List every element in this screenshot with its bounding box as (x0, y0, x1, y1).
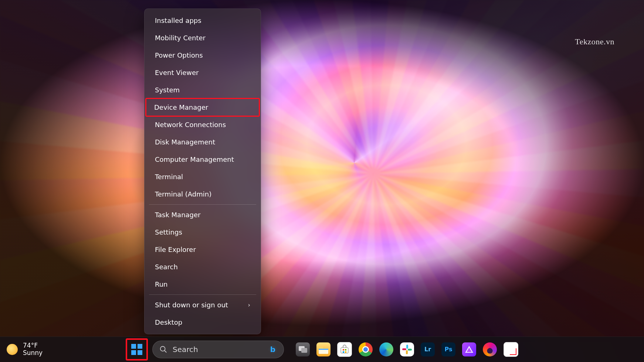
winx-settings[interactable]: Settings (147, 223, 258, 241)
winx-network-connections[interactable]: Network Connections (147, 116, 258, 133)
winx-installed-apps[interactable]: Installed apps (147, 12, 258, 29)
winx-item-label: Shut down or sign out (155, 301, 228, 309)
svg-rect-1 (138, 344, 142, 349)
file-explorer-button[interactable] (316, 342, 331, 356)
winx-system[interactable]: System (147, 81, 258, 99)
ms-store-button[interactable] (337, 342, 352, 357)
svg-rect-15 (406, 345, 408, 349)
lightroom-button[interactable]: Lr (421, 342, 435, 356)
svg-rect-14 (345, 351, 346, 353)
desktop-wallpaper (0, 0, 644, 362)
winx-item-label: System (155, 86, 180, 94)
winx-search[interactable]: Search (147, 258, 258, 276)
winx-terminal-admin[interactable]: Terminal (Admin) (147, 185, 258, 203)
search-placeholder: Search (173, 345, 198, 354)
winx-desktop[interactable]: Desktop (147, 314, 258, 331)
winx-run[interactable]: Run (147, 276, 258, 293)
winx-item-label: Run (155, 280, 168, 288)
svg-rect-10 (341, 348, 348, 353)
snipping-tool-button[interactable] (504, 342, 518, 357)
winx-disk-management[interactable]: Disk Management (147, 133, 258, 151)
start-button[interactable] (128, 341, 146, 358)
winx-event-viewer[interactable]: Event Viewer (147, 64, 258, 81)
svg-rect-17 (406, 350, 408, 354)
edge-button[interactable] (379, 342, 393, 356)
bing-icon: b (268, 345, 278, 354)
winx-computer-management[interactable]: Computer Management (147, 151, 258, 168)
winx-item-label: Mobility Center (155, 34, 206, 42)
winx-power-options[interactable]: Power Options (147, 47, 258, 64)
svg-rect-13 (343, 351, 344, 353)
winx-item-label: Terminal (155, 173, 183, 181)
svg-rect-16 (408, 349, 412, 351)
winx-item-label: Event Viewer (155, 69, 199, 76)
winx-task-manager[interactable]: Task Manager (147, 206, 258, 223)
winx-mobility-center[interactable]: Mobility Center (147, 29, 258, 47)
winx-item-label: Search (155, 263, 178, 271)
svg-rect-7 (301, 348, 307, 353)
winx-item-label: Computer Management (155, 156, 234, 163)
winx-shutdown-signout[interactable]: Shut down or sign out› (147, 296, 258, 314)
winx-item-label: Power Options (155, 51, 203, 59)
svg-line-5 (165, 351, 167, 353)
menu-separator (149, 294, 256, 295)
winx-item-label: Disk Management (155, 138, 215, 146)
winx-terminal[interactable]: Terminal (147, 168, 258, 185)
svg-rect-0 (131, 344, 136, 349)
svg-point-4 (160, 346, 165, 351)
winx-item-label: Installed apps (155, 17, 201, 24)
search-icon (159, 345, 167, 354)
menu-separator (149, 204, 256, 205)
chevron-right-icon: › (248, 301, 250, 308)
winx-item-label: Network Connections (155, 121, 226, 129)
winx-item-label: Device Manager (154, 103, 208, 111)
watermark-text: Tekzone.vn (575, 37, 614, 47)
winx-item-label: Task Manager (155, 211, 200, 219)
task-view-button[interactable] (296, 342, 310, 356)
winx-item-label: Desktop (155, 318, 182, 326)
weather-temp: 74°F (23, 342, 43, 349)
svg-rect-18 (402, 348, 406, 350)
slack-button[interactable] (400, 342, 414, 356)
svg-rect-3 (138, 350, 142, 355)
weather-widget[interactable]: 74°F Sunny (7, 342, 43, 356)
chrome-button[interactable] (359, 342, 373, 356)
winx-device-manager[interactable]: Device Manager (146, 99, 259, 116)
weather-condition: Sunny (23, 349, 43, 357)
affinity-button[interactable] (462, 342, 476, 356)
winx-item-label: Terminal (Admin) (155, 190, 211, 198)
weather-sun-icon (7, 344, 18, 355)
start-button-highlight (126, 338, 148, 361)
winx-context-menu: Installed appsMobility CenterPower Optio… (144, 8, 261, 334)
svg-rect-11 (343, 349, 344, 351)
taskbar-search[interactable]: Search b (152, 341, 284, 358)
winx-item-label: File Explorer (155, 246, 196, 253)
taskbar: 74°F Sunny Search b LrPs (0, 337, 644, 362)
firefox-button[interactable] (483, 342, 497, 356)
svg-rect-2 (131, 350, 136, 355)
photoshop-button[interactable]: Ps (441, 342, 455, 356)
svg-rect-12 (345, 349, 346, 351)
winx-item-label: Settings (155, 228, 182, 236)
svg-rect-9 (319, 349, 328, 350)
winx-file-explorer[interactable]: File Explorer (147, 241, 258, 258)
windows-logo-icon (131, 344, 142, 355)
